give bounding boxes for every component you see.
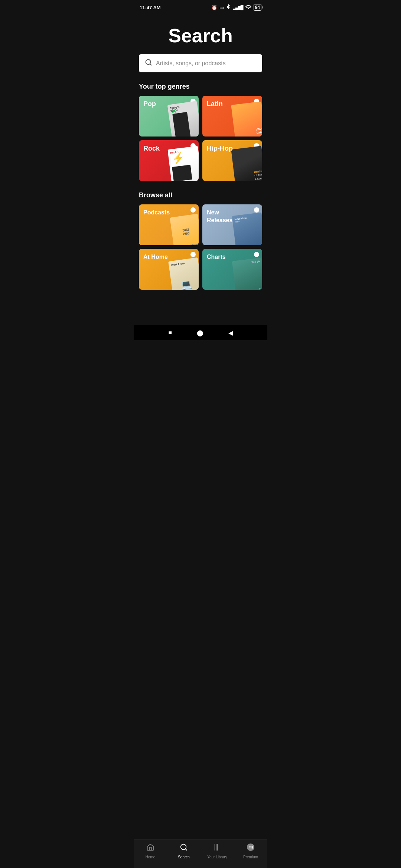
genre-grid: Pop Today'sTop H Latin ¡VivaLatin Rock xyxy=(139,96,262,181)
signal-icon: ▂▄▆█ xyxy=(233,5,243,10)
search-bar-icon xyxy=(145,59,152,68)
screen-icon: ▭ xyxy=(219,5,224,10)
browse-label-newreleases: New Releases xyxy=(207,209,237,224)
browse-all-title: Browse all xyxy=(139,191,262,199)
charts-art: Top 50 GLO xyxy=(232,257,262,290)
browse-card-charts[interactable]: Charts Top 50 GLO xyxy=(202,249,262,290)
system-nav: ■ ⬤ ◀ xyxy=(134,325,267,340)
status-icons: ⏰ ▭ ▂▄▆█ 94 xyxy=(211,4,261,11)
browse-card-newreleases[interactable]: New Releases New MusiFRID xyxy=(202,204,262,245)
podcasts-art: DIS/PEC Spotify Original Podcast xyxy=(170,214,199,245)
status-time: 11:47 AM xyxy=(140,5,161,10)
spotify-dot-charts xyxy=(254,252,259,257)
genre-label-pop: Pop xyxy=(143,100,156,108)
sys-square-btn[interactable]: ■ xyxy=(168,329,172,336)
top-genres-section: Your top genres Pop Today'sTop H Latin ¡… xyxy=(139,83,262,181)
sys-back-btn[interactable]: ◀ xyxy=(228,329,233,336)
svg-line-1 xyxy=(150,64,151,65)
spotify-dot-newreleases xyxy=(254,207,259,213)
browse-card-athome[interactable]: At Home Work From xyxy=(139,249,199,290)
browse-label-podcasts: Podcasts xyxy=(143,209,170,217)
genre-label-hiphop: Hip-Hop xyxy=(207,145,233,153)
browse-label-charts: Charts xyxy=(207,253,226,261)
top-genres-title: Your top genres xyxy=(139,83,262,91)
browse-card-podcasts[interactable]: Podcasts DIS/PEC Spotify Original Podcas… xyxy=(139,204,199,245)
sys-circle-btn[interactable]: ⬤ xyxy=(197,329,203,336)
hiphop-art: RapCavLil Baby& Gunn xyxy=(231,146,262,181)
spotify-dot-podcasts xyxy=(190,207,196,213)
rock-art: Rock T xyxy=(167,146,199,181)
wifi-icon xyxy=(245,5,251,10)
battery-icon: 94 xyxy=(254,4,261,11)
search-placeholder: Artists, songs, or podcasts xyxy=(156,60,226,67)
genre-label-rock: Rock xyxy=(143,145,160,153)
status-bar: 11:47 AM ⏰ ▭ ▂▄▆█ 94 xyxy=(134,0,267,13)
browse-grid: Podcasts DIS/PEC Spotify Original Podcas… xyxy=(139,204,262,290)
search-bar[interactable]: Artists, songs, or podcasts xyxy=(139,54,262,72)
browse-all-section: Browse all Podcasts DIS/PEC Spotify Orig… xyxy=(139,191,262,290)
alarm-icon: ⏰ xyxy=(211,5,217,10)
bluetooth-icon xyxy=(226,4,231,11)
pop-art: Today'sTop H xyxy=(167,101,199,137)
latin-art: ¡VivaLatin xyxy=(231,101,262,137)
genre-card-hiphop[interactable]: Hip-Hop RapCavLil Baby& Gunn xyxy=(202,140,262,181)
genre-card-pop[interactable]: Pop Today'sTop H xyxy=(139,96,199,137)
genre-card-rock[interactable]: Rock Rock T xyxy=(139,140,199,181)
genre-card-latin[interactable]: Latin ¡VivaLatin xyxy=(202,96,262,137)
genre-label-latin: Latin xyxy=(207,100,223,108)
page-title: Search xyxy=(139,13,262,54)
main-content: Search Artists, songs, or podcasts Your … xyxy=(134,13,267,325)
browse-label-athome: At Home xyxy=(143,253,168,261)
spotify-dot-athome xyxy=(190,252,196,257)
athome-art: Work From xyxy=(168,257,199,290)
